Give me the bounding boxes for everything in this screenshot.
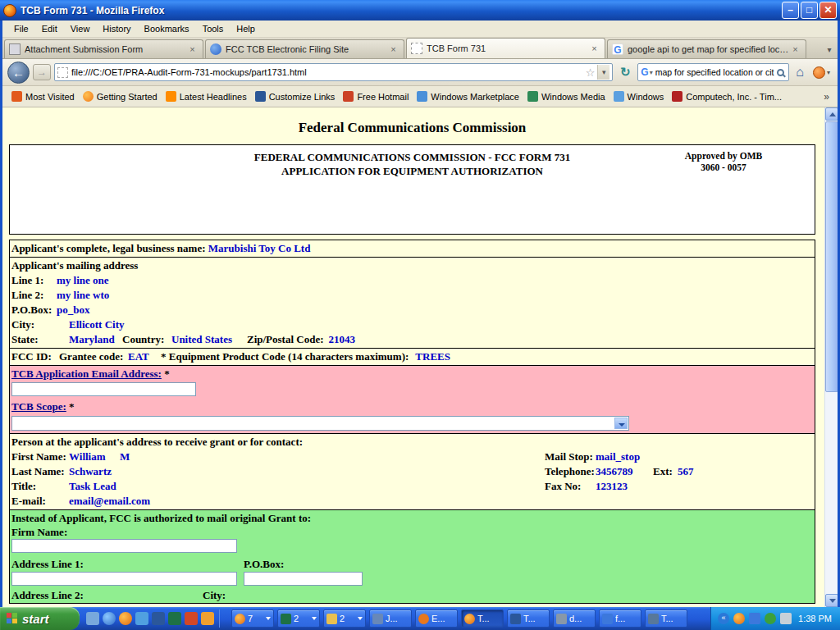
firefox-icon <box>3 4 16 17</box>
firefox-quicklaunch-icon[interactable] <box>119 612 132 625</box>
bookmark-windows-media[interactable]: Windows Media <box>523 89 609 103</box>
menu-edit[interactable]: Edit <box>35 22 64 35</box>
menu-history[interactable]: History <box>96 22 137 35</box>
last-name-value: Schwartz <box>69 465 112 477</box>
tab-close-icon[interactable]: × <box>789 43 801 56</box>
bookmark-most-visited[interactable]: Most Visited <box>7 89 79 103</box>
taskbar: start 7 2 2 J... E... T... T... d... f..… <box>0 607 840 630</box>
menu-help[interactable]: Help <box>230 22 262 35</box>
search-magnifier-icon[interactable] <box>777 69 784 76</box>
page-favicon <box>57 67 68 78</box>
bookmark-windows[interactable]: Windows <box>609 89 669 103</box>
search-engine-dropdown[interactable]: ▾ <box>650 69 653 76</box>
page-title: Federal Communications Commission <box>9 120 815 136</box>
tcb-section: TCB Application Email Address: * TCB Sco… <box>10 365 815 433</box>
url-input[interactable] <box>71 67 583 77</box>
task-group-excel[interactable]: 2 <box>277 609 320 628</box>
start-button[interactable]: start <box>0 607 80 630</box>
task-button-tcb-form[interactable]: T... <box>461 609 504 628</box>
taskbar-clock[interactable]: 1:38 PM <box>796 614 832 623</box>
bookmark-icon <box>417 91 427 102</box>
bookmark-latest-headlines[interactable]: Latest Headlines <box>162 89 251 103</box>
excel-icon[interactable] <box>168 612 181 625</box>
list-all-tabs-button[interactable]: ▾ <box>822 42 837 58</box>
menu-file[interactable]: File <box>7 22 35 35</box>
bookmark-getting-started[interactable]: Getting Started <box>79 89 162 103</box>
ie-icon[interactable] <box>103 612 116 625</box>
menu-tools[interactable]: Tools <box>196 22 231 35</box>
task-button-f[interactable]: f... <box>599 609 641 628</box>
chevron-down-icon <box>266 617 271 620</box>
url-history-dropdown[interactable]: ▾ <box>597 65 609 80</box>
show-desktop-icon[interactable] <box>86 612 99 625</box>
task-button-d[interactable]: d... <box>553 609 596 628</box>
word-icon[interactable] <box>152 612 165 625</box>
bookmark-windows-marketplace[interactable]: Windows Marketplace <box>413 89 523 103</box>
task-group-folders[interactable]: 2 <box>323 609 366 628</box>
fcc-id-section: FCC ID:Grantee code:EAT* Equipment Produ… <box>10 348 815 365</box>
tab-close-icon[interactable]: × <box>186 43 199 56</box>
task-button-t[interactable]: T... <box>645 609 687 628</box>
windows-flag-icon <box>7 613 18 624</box>
tab-close-icon[interactable]: × <box>387 43 399 56</box>
grant-address1-input[interactable] <box>11 572 237 586</box>
media-player-icon[interactable] <box>201 612 214 625</box>
minimize-button[interactable]: – <box>782 2 799 19</box>
tray-collapse-button[interactable]: « <box>718 613 729 624</box>
tcb-email-label[interactable]: TCB Application Email Address: <box>11 368 162 380</box>
search-box[interactable]: G ▾ <box>637 63 789 81</box>
excel-icon <box>281 614 291 624</box>
bookmark-computech[interactable]: Computech, Inc. - Tim... <box>668 89 786 103</box>
app-icon <box>418 614 429 624</box>
bookmark-customize-links[interactable]: Customize Links <box>251 89 340 103</box>
scroll-down-button[interactable] <box>825 594 838 607</box>
form-page-icon <box>9 43 21 55</box>
tray-volume-icon[interactable] <box>780 613 792 624</box>
addon-button[interactable]: ▾ <box>810 66 833 79</box>
contact-section: Person at the applicant's address to rec… <box>10 433 815 509</box>
reload-button[interactable]: ↻ <box>616 63 634 81</box>
grant-pobox-input[interactable] <box>244 572 363 586</box>
tab-attachment-submission-form[interactable]: Attachment Submission Form × <box>4 39 203 58</box>
scroll-up-button[interactable] <box>825 107 838 121</box>
tray-network-icon[interactable] <box>749 613 760 624</box>
bookmark-star-icon[interactable]: ☆ <box>583 66 598 79</box>
maximize-button[interactable]: □ <box>801 2 818 19</box>
tcb-email-input[interactable] <box>11 382 196 396</box>
email-icon[interactable] <box>135 612 148 625</box>
tab-tcb-form-731[interactable]: TCB Form 731 × <box>406 38 605 58</box>
close-button[interactable]: ✕ <box>819 2 837 19</box>
select-dropdown-icon[interactable] <box>614 418 628 429</box>
task-button-word[interactable]: T... <box>507 609 550 628</box>
tcb-scope-label[interactable]: TCB Scope: <box>11 400 66 413</box>
app-icon <box>602 614 613 624</box>
task-button-j[interactable]: J... <box>369 609 412 628</box>
zip-value: 21043 <box>329 333 356 345</box>
tray-shield-icon[interactable] <box>765 613 776 624</box>
grant-mail-section: Instead of Applicant, FCC is authorized … <box>10 509 815 603</box>
app-icon <box>556 614 567 624</box>
task-group-firefox[interactable]: 7 <box>231 609 274 628</box>
firm-name-input[interactable] <box>11 539 237 553</box>
vertical-scrollbar[interactable] <box>824 107 838 607</box>
back-button[interactable]: ← <box>7 62 30 84</box>
scrollbar-thumb[interactable] <box>825 121 838 392</box>
form-table: Applicant's complete, legal business nam… <box>9 240 815 604</box>
bookmark-free-hotmail[interactable]: Free Hotmail <box>339 89 413 103</box>
tcb-scope-select[interactable] <box>11 416 629 431</box>
title-value: Task Lead <box>69 480 116 492</box>
tray-update-icon[interactable] <box>733 613 745 624</box>
bookmarks-overflow-button[interactable]: » <box>820 91 833 103</box>
home-button[interactable]: ⌂ <box>792 65 807 80</box>
menu-view[interactable]: View <box>64 22 97 35</box>
contact-heading: Person at the applicant's address to rec… <box>11 436 303 448</box>
powerpoint-icon[interactable] <box>185 612 198 625</box>
menu-bookmarks[interactable]: Bookmarks <box>138 22 196 35</box>
forward-button[interactable]: → <box>33 64 51 80</box>
tab-fcc-tcb-filing-site[interactable]: FCC TCB Electronic Filing Site × <box>205 39 404 58</box>
address-bar[interactable]: ☆ ▾ <box>54 63 613 81</box>
task-button-e[interactable]: E... <box>415 609 458 628</box>
tab-close-icon[interactable]: × <box>588 43 600 55</box>
search-input[interactable] <box>655 67 778 77</box>
tab-google-api-map[interactable]: G google api to get map for specified lo… <box>607 39 806 58</box>
